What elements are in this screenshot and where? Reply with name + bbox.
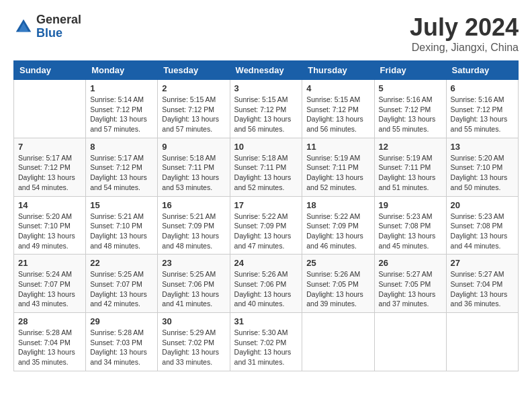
calendar-cell: 15Sunrise: 5:21 AM Sunset: 7:10 PM Dayli… xyxy=(86,196,158,255)
calendar-cell: 22Sunrise: 5:25 AM Sunset: 7:07 PM Dayli… xyxy=(86,255,158,313)
calendar-cell: 23Sunrise: 5:25 AM Sunset: 7:06 PM Dayli… xyxy=(158,255,230,313)
day-number: 5 xyxy=(379,83,442,93)
day-info: Sunrise: 5:16 AM Sunset: 7:12 PM Dayligh… xyxy=(379,95,442,134)
day-number: 12 xyxy=(379,142,442,152)
day-number: 15 xyxy=(90,200,153,210)
day-number: 27 xyxy=(451,258,514,268)
title-section: July 2024 Dexing, Jiangxi, China xyxy=(410,13,519,54)
calendar-cell: 10Sunrise: 5:18 AM Sunset: 7:11 PM Dayli… xyxy=(230,138,302,196)
calendar-cell: 25Sunrise: 5:26 AM Sunset: 7:05 PM Dayli… xyxy=(302,255,374,313)
day-info: Sunrise: 5:20 AM Sunset: 7:10 PM Dayligh… xyxy=(18,212,81,251)
calendar-cell: 21Sunrise: 5:24 AM Sunset: 7:07 PM Dayli… xyxy=(14,255,86,313)
day-info: Sunrise: 5:17 AM Sunset: 7:12 PM Dayligh… xyxy=(90,153,153,193)
day-info: Sunrise: 5:17 AM Sunset: 7:12 PM Dayligh… xyxy=(18,153,81,193)
calendar-cell: 16Sunrise: 5:21 AM Sunset: 7:09 PM Dayli… xyxy=(158,196,230,255)
calendar-week-4: 21Sunrise: 5:24 AM Sunset: 7:07 PM Dayli… xyxy=(14,255,519,313)
day-info: Sunrise: 5:23 AM Sunset: 7:08 PM Dayligh… xyxy=(379,212,442,251)
header-saturday: Saturday xyxy=(446,61,518,80)
calendar-cell: 19Sunrise: 5:23 AM Sunset: 7:08 PM Dayli… xyxy=(374,196,446,255)
day-number: 26 xyxy=(379,258,442,268)
calendar-cell: 12Sunrise: 5:19 AM Sunset: 7:11 PM Dayli… xyxy=(374,138,446,196)
day-info: Sunrise: 5:21 AM Sunset: 7:10 PM Dayligh… xyxy=(90,212,153,251)
calendar-cell xyxy=(14,80,86,138)
day-info: Sunrise: 5:29 AM Sunset: 7:02 PM Dayligh… xyxy=(162,328,225,367)
day-info: Sunrise: 5:27 AM Sunset: 7:05 PM Dayligh… xyxy=(379,269,442,309)
logo-blue: Blue xyxy=(36,27,81,40)
header-sunday: Sunday xyxy=(14,61,86,80)
day-info: Sunrise: 5:19 AM Sunset: 7:11 PM Dayligh… xyxy=(379,153,442,193)
calendar-cell: 4Sunrise: 5:15 AM Sunset: 7:12 PM Daylig… xyxy=(302,80,374,138)
header-friday: Friday xyxy=(374,61,446,80)
day-number: 9 xyxy=(162,142,225,152)
calendar-cell: 17Sunrise: 5:22 AM Sunset: 7:09 PM Dayli… xyxy=(230,196,302,255)
day-number: 4 xyxy=(306,83,369,93)
page-header: General Blue July 2024 Dexing, Jiangxi, … xyxy=(13,13,519,54)
day-number: 28 xyxy=(18,316,81,326)
calendar-cell: 26Sunrise: 5:27 AM Sunset: 7:05 PM Dayli… xyxy=(374,255,446,313)
day-number: 8 xyxy=(90,142,153,152)
day-number: 6 xyxy=(451,83,514,93)
day-number: 31 xyxy=(234,316,298,326)
day-info: Sunrise: 5:16 AM Sunset: 7:12 PM Dayligh… xyxy=(451,95,514,134)
day-info: Sunrise: 5:28 AM Sunset: 7:04 PM Dayligh… xyxy=(18,328,81,367)
calendar-cell: 31Sunrise: 5:30 AM Sunset: 7:02 PM Dayli… xyxy=(230,313,302,371)
calendar-cell: 1Sunrise: 5:14 AM Sunset: 7:12 PM Daylig… xyxy=(86,80,158,138)
calendar-cell: 3Sunrise: 5:15 AM Sunset: 7:12 PM Daylig… xyxy=(230,80,302,138)
calendar-week-2: 7Sunrise: 5:17 AM Sunset: 7:12 PM Daylig… xyxy=(14,138,519,196)
day-number: 24 xyxy=(234,258,298,268)
calendar-cell: 8Sunrise: 5:17 AM Sunset: 7:12 PM Daylig… xyxy=(86,138,158,196)
calendar-cell: 30Sunrise: 5:29 AM Sunset: 7:02 PM Dayli… xyxy=(158,313,230,371)
day-info: Sunrise: 5:15 AM Sunset: 7:12 PM Dayligh… xyxy=(162,95,225,134)
day-number: 22 xyxy=(90,258,153,268)
logo-icon xyxy=(13,17,34,37)
day-info: Sunrise: 5:25 AM Sunset: 7:07 PM Dayligh… xyxy=(90,269,153,309)
calendar-cell: 7Sunrise: 5:17 AM Sunset: 7:12 PM Daylig… xyxy=(14,138,86,196)
day-info: Sunrise: 5:26 AM Sunset: 7:06 PM Dayligh… xyxy=(234,269,298,309)
calendar-cell: 28Sunrise: 5:28 AM Sunset: 7:04 PM Dayli… xyxy=(14,313,86,371)
day-info: Sunrise: 5:24 AM Sunset: 7:07 PM Dayligh… xyxy=(18,269,81,309)
calendar-week-3: 14Sunrise: 5:20 AM Sunset: 7:10 PM Dayli… xyxy=(14,196,519,255)
day-number: 2 xyxy=(162,83,225,93)
day-number: 25 xyxy=(306,258,369,268)
day-info: Sunrise: 5:18 AM Sunset: 7:11 PM Dayligh… xyxy=(234,153,298,193)
day-number: 13 xyxy=(451,142,514,152)
calendar-week-5: 28Sunrise: 5:28 AM Sunset: 7:04 PM Dayli… xyxy=(14,313,519,371)
location-title: Dexing, Jiangxi, China xyxy=(410,42,519,54)
calendar-header-row: SundayMondayTuesdayWednesdayThursdayFrid… xyxy=(14,61,519,80)
day-number: 3 xyxy=(234,83,298,93)
calendar-cell: 5Sunrise: 5:16 AM Sunset: 7:12 PM Daylig… xyxy=(374,80,446,138)
day-info: Sunrise: 5:18 AM Sunset: 7:11 PM Dayligh… xyxy=(162,153,225,193)
header-tuesday: Tuesday xyxy=(158,61,230,80)
day-number: 21 xyxy=(18,258,81,268)
logo: General Blue xyxy=(13,13,81,40)
calendar-cell xyxy=(374,313,446,371)
day-number: 1 xyxy=(90,83,153,93)
day-number: 10 xyxy=(234,142,298,152)
calendar-cell: 29Sunrise: 5:28 AM Sunset: 7:03 PM Dayli… xyxy=(86,313,158,371)
day-number: 11 xyxy=(306,142,369,152)
calendar-table: SundayMondayTuesdayWednesdayThursdayFrid… xyxy=(13,60,519,371)
day-number: 23 xyxy=(162,258,225,268)
calendar-cell: 11Sunrise: 5:19 AM Sunset: 7:11 PM Dayli… xyxy=(302,138,374,196)
calendar-cell: 2Sunrise: 5:15 AM Sunset: 7:12 PM Daylig… xyxy=(158,80,230,138)
day-number: 29 xyxy=(90,316,153,326)
day-number: 7 xyxy=(18,142,81,152)
day-info: Sunrise: 5:22 AM Sunset: 7:09 PM Dayligh… xyxy=(234,212,298,251)
day-number: 14 xyxy=(18,200,81,210)
day-number: 16 xyxy=(162,200,225,210)
header-thursday: Thursday xyxy=(302,61,374,80)
logo-general: General xyxy=(36,13,81,27)
header-monday: Monday xyxy=(86,61,158,80)
calendar-cell: 20Sunrise: 5:23 AM Sunset: 7:08 PM Dayli… xyxy=(446,196,518,255)
day-info: Sunrise: 5:15 AM Sunset: 7:12 PM Dayligh… xyxy=(234,95,298,134)
day-info: Sunrise: 5:15 AM Sunset: 7:12 PM Dayligh… xyxy=(306,95,369,134)
month-year-title: July 2024 xyxy=(410,13,519,42)
calendar-cell: 9Sunrise: 5:18 AM Sunset: 7:11 PM Daylig… xyxy=(158,138,230,196)
day-number: 17 xyxy=(234,200,298,210)
day-info: Sunrise: 5:23 AM Sunset: 7:08 PM Dayligh… xyxy=(451,212,514,251)
day-info: Sunrise: 5:27 AM Sunset: 7:04 PM Dayligh… xyxy=(451,269,514,309)
day-info: Sunrise: 5:26 AM Sunset: 7:05 PM Dayligh… xyxy=(306,269,369,309)
calendar-cell: 14Sunrise: 5:20 AM Sunset: 7:10 PM Dayli… xyxy=(14,196,86,255)
calendar-week-1: 1Sunrise: 5:14 AM Sunset: 7:12 PM Daylig… xyxy=(14,80,519,138)
day-info: Sunrise: 5:25 AM Sunset: 7:06 PM Dayligh… xyxy=(162,269,225,309)
